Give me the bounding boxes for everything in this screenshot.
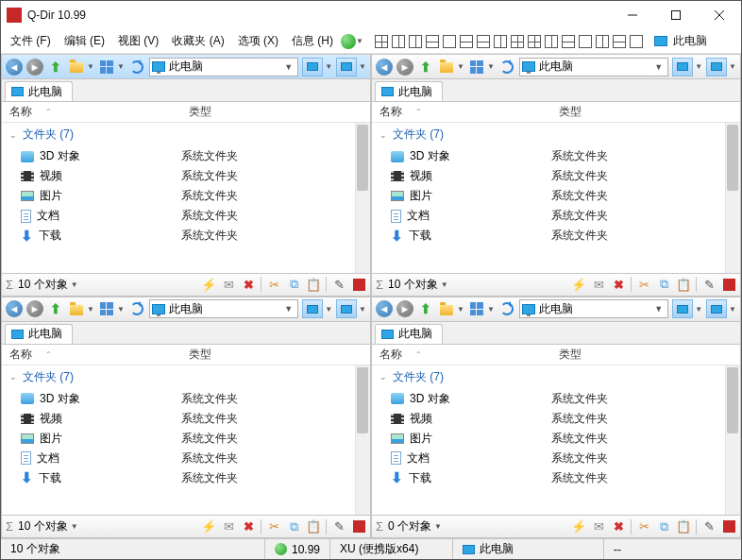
refresh-button[interactable]: [128, 300, 145, 317]
red-square-icon[interactable]: [351, 277, 366, 292]
maximize-button[interactable]: [654, 1, 698, 29]
layout-q3-icon[interactable]: [528, 35, 541, 48]
layout-hsplit-icon[interactable]: [426, 35, 439, 48]
cut-icon[interactable]: ✂: [266, 277, 281, 292]
layout-q2-icon[interactable]: [511, 35, 524, 48]
view-grid-button[interactable]: [468, 300, 485, 317]
folder-button[interactable]: [68, 59, 85, 76]
layout-s2-icon[interactable]: [579, 35, 592, 48]
refresh-button[interactable]: [498, 300, 515, 317]
file-list[interactable]: ⌄文件夹 (7)3D 对象系统文件夹视频系统文件夹图片系统文件夹文档系统文件夹⬇…: [2, 365, 370, 516]
tab-thispc[interactable]: 此电脑: [375, 81, 443, 101]
list-item[interactable]: 3D 对象系统文件夹: [372, 146, 740, 166]
delete-icon[interactable]: ✖: [241, 277, 256, 292]
tab-thispc[interactable]: 此电脑: [5, 324, 73, 344]
nav-forward-button[interactable]: ►: [26, 59, 43, 76]
menu-view[interactable]: 视图 (V): [112, 30, 164, 52]
layout-v3-icon[interactable]: [545, 35, 558, 48]
chevron-down-icon[interactable]: ▼: [325, 62, 332, 71]
red-square-icon[interactable]: [721, 277, 736, 292]
layout-v2-icon[interactable]: [494, 35, 507, 48]
list-item[interactable]: 视频系统文件夹: [372, 166, 740, 186]
nav-back-button[interactable]: ◄: [6, 300, 23, 317]
monitor-button-2[interactable]: [706, 58, 727, 76]
chevron-down-icon[interactable]: ▼: [281, 62, 295, 72]
tab-thispc[interactable]: 此电脑: [5, 81, 73, 101]
nav-back-button[interactable]: ◄: [376, 59, 393, 76]
bolt-icon[interactable]: ⚡: [201, 277, 216, 292]
scroll-thumb[interactable]: [357, 125, 368, 191]
refresh-button[interactable]: [128, 59, 145, 76]
mail-icon[interactable]: ✉: [221, 277, 236, 292]
group-header[interactable]: ⌄文件夹 (7): [2, 123, 370, 146]
address-bar[interactable]: 此电脑▼: [519, 58, 668, 76]
bolt-icon[interactable]: ⚡: [571, 277, 586, 292]
folder-button[interactable]: [68, 300, 85, 317]
menu-info[interactable]: 信息 (H): [286, 30, 339, 52]
nav-up-button[interactable]: ⬆: [47, 300, 64, 317]
col-type[interactable]: 类型: [551, 102, 589, 122]
file-list[interactable]: ⌄文件夹 (7)3D 对象系统文件夹视频系统文件夹图片系统文件夹文档系统文件夹⬇…: [372, 365, 740, 516]
menu-favorites[interactable]: 收藏夹 (A): [166, 30, 229, 52]
tab-thispc[interactable]: 此电脑: [375, 324, 443, 344]
chevron-down-icon[interactable]: ▼: [356, 37, 363, 45]
file-list[interactable]: ⌄文件夹 (7) 3D 对象系统文件夹 视频系统文件夹 图片系统文件夹 文档系统…: [372, 123, 740, 273]
nav-up-button[interactable]: ⬆: [417, 300, 434, 317]
globe-icon[interactable]: [341, 34, 356, 49]
list-item[interactable]: 视频系统文件夹: [2, 166, 370, 186]
nav-back-button[interactable]: ◄: [376, 300, 393, 317]
layout-h3-icon[interactable]: [477, 35, 490, 48]
list-item[interactable]: ⬇下载系统文件夹: [2, 226, 370, 246]
minimize-button[interactable]: [611, 1, 654, 29]
paste-icon[interactable]: 📋: [676, 277, 691, 292]
menu-file[interactable]: 文件 (F): [5, 30, 57, 52]
menu-edit[interactable]: 编辑 (E): [59, 30, 110, 52]
scrollbar[interactable]: [355, 123, 370, 273]
list-item[interactable]: 文档系统文件夹: [372, 206, 740, 226]
edit-icon[interactable]: ✎: [331, 277, 346, 292]
chevron-down-icon[interactable]: ▼: [117, 62, 125, 71]
view-grid-button[interactable]: [468, 59, 485, 76]
address-bar[interactable]: 此电脑▼: [149, 299, 298, 318]
monitor-button-2[interactable]: [336, 58, 357, 76]
cut-icon[interactable]: ✂: [636, 277, 651, 292]
col-name[interactable]: 名称⌃: [2, 102, 181, 122]
layout-s3-icon[interactable]: [630, 35, 643, 48]
list-item[interactable]: 文档系统文件夹: [2, 206, 370, 226]
monitor-button-1[interactable]: [302, 58, 323, 76]
refresh-button[interactable]: [498, 59, 515, 76]
nav-up-button[interactable]: ⬆: [417, 59, 434, 76]
file-list[interactable]: ⌄文件夹 (7) 3D 对象系统文件夹 视频系统文件夹 图片系统文件夹 文档系统…: [2, 123, 370, 273]
layout-single-icon[interactable]: [443, 35, 456, 48]
address-bar[interactable]: 此电脑▼: [519, 299, 668, 318]
col-type[interactable]: 类型: [181, 102, 219, 122]
chevron-down-icon[interactable]: ▼: [71, 280, 78, 289]
nav-forward-button[interactable]: ►: [26, 300, 43, 317]
list-item[interactable]: ⬇下载系统文件夹: [372, 226, 740, 246]
layout-h5-icon[interactable]: [613, 35, 626, 48]
nav-back-button[interactable]: ◄: [6, 59, 23, 76]
layout-vsplit-icon[interactable]: [392, 35, 405, 48]
layout-v4-icon[interactable]: [596, 35, 609, 48]
mail-icon[interactable]: ✉: [591, 277, 606, 292]
nav-forward-button[interactable]: ►: [396, 59, 413, 76]
layout-h4-icon[interactable]: [562, 35, 575, 48]
folder-button[interactable]: [438, 59, 455, 76]
layout-quad-icon[interactable]: [375, 35, 388, 48]
close-button[interactable]: [698, 1, 741, 29]
copy-icon[interactable]: ⧉: [286, 277, 301, 292]
monitor-icon[interactable]: [654, 36, 667, 46]
monitor-button-1[interactable]: [672, 58, 693, 76]
layout-vsplit2-icon[interactable]: [409, 35, 422, 48]
nav-up-button[interactable]: ⬆: [47, 59, 64, 76]
menu-options[interactable]: 选项 (X): [232, 30, 284, 52]
view-grid-button[interactable]: [98, 59, 115, 76]
chevron-down-icon[interactable]: ▼: [359, 62, 366, 71]
scrollbar[interactable]: [725, 123, 740, 273]
view-grid-button[interactable]: [98, 300, 115, 317]
list-item[interactable]: 3D 对象系统文件夹: [2, 146, 370, 166]
layout-h2-icon[interactable]: [460, 35, 473, 48]
folder-button[interactable]: [438, 300, 455, 317]
delete-icon[interactable]: ✖: [611, 277, 626, 292]
list-item[interactable]: 图片系统文件夹: [372, 186, 740, 206]
